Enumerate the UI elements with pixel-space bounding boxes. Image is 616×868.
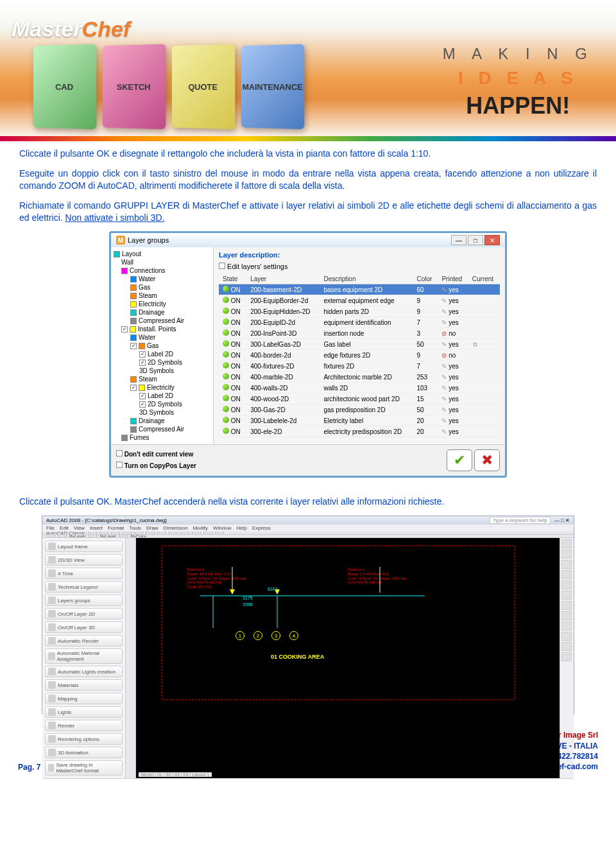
panel-button[interactable]: Automatic Material Assignment: [45, 648, 123, 664]
panel-button[interactable]: Save drawing in MasterChef format: [45, 760, 123, 776]
dont-edit-view-checkbox[interactable]: [116, 450, 123, 456]
menu-file[interactable]: File: [46, 525, 55, 531]
table-row[interactable]: ON400-fixtures-2Dfixtures 2D7✎ yes: [219, 361, 500, 372]
panel-button[interactable]: Automatic Render: [45, 635, 123, 647]
menu-tools[interactable]: Tools: [129, 525, 141, 531]
paragraph-1: Cliccate il pulsante OK e disegnate il r…: [19, 148, 597, 160]
tree-node[interactable]: Wall: [112, 258, 212, 266]
panel-button[interactable]: 4 Time: [45, 568, 123, 579]
tree-node[interactable]: ✓Electricity: [112, 383, 212, 392]
panel-button[interactable]: Layout frame: [45, 541, 123, 552]
acad-left-panel[interactable]: Layout frame2D/3D View4 TimeTechnical Le…: [42, 538, 126, 778]
cancel-button[interactable]: ✖: [474, 449, 500, 471]
menu-insert[interactable]: Insert: [90, 525, 103, 531]
table-row[interactable]: ON300-LabelGas-2DGas label50✎ yes☆: [219, 339, 500, 350]
table-row[interactable]: ON400-border-2dedge fixtures 2D9⊘ no: [219, 350, 500, 361]
box-cad: CAD: [33, 44, 97, 130]
tree-node[interactable]: Connections: [112, 266, 212, 275]
table-row[interactable]: ON200-EquipID-2dequipment identification…: [219, 317, 500, 328]
tree-node[interactable]: 3D Symbols: [112, 408, 212, 417]
panel-button[interactable]: On/Off Layer 3D: [45, 621, 123, 633]
slogan: M A K I N G I D E A S HAPPEN!: [443, 45, 594, 119]
acad-help-hint[interactable]: Type a keyword for help: [490, 517, 551, 524]
panel-button[interactable]: 2D/3D View: [45, 554, 123, 566]
col-description[interactable]: Description: [320, 274, 413, 284]
minimize-button[interactable]: —: [451, 235, 466, 245]
panel-button[interactable]: On/Off Layer 2D: [45, 608, 123, 620]
autocad-screenshot: AutoCAD 2008 - [C:\catalogs\Drawing\1_cu…: [42, 516, 574, 715]
tree-node[interactable]: Fumes: [112, 433, 212, 442]
tree-node[interactable]: Drainage: [112, 308, 212, 317]
ok-button[interactable]: ✔: [447, 449, 472, 471]
acad-min[interactable]: — □ ✕: [554, 517, 570, 523]
menu-format[interactable]: Format: [108, 525, 124, 531]
col-current[interactable]: Current: [468, 274, 500, 284]
tree-node[interactable]: Gas: [112, 283, 212, 291]
acad-menubar[interactable]: FileEditViewInsertFormatToolsDrawDimensi…: [42, 525, 574, 532]
layer-table: StateLayerDescriptionColorPrintedCurrent…: [219, 274, 500, 437]
tree-node[interactable]: Steam: [112, 291, 212, 300]
menu-express[interactable]: Express: [252, 525, 271, 531]
turnon-copypos-checkbox[interactable]: [116, 462, 123, 468]
menu-dimension[interactable]: Dimension: [164, 525, 188, 531]
panel-button[interactable]: Technical Legend: [45, 581, 123, 593]
slogan-line2: I D E A S: [443, 68, 594, 89]
tree-node[interactable]: Layout: [112, 250, 212, 258]
panel-button[interactable]: Mapping: [45, 693, 123, 704]
col-color[interactable]: Color: [413, 274, 438, 284]
menu-view[interactable]: View: [74, 525, 85, 531]
tree-node[interactable]: Steam: [112, 375, 212, 383]
tree-node[interactable]: 3D Symbols: [112, 367, 212, 375]
menu-edit[interactable]: Edit: [60, 525, 69, 531]
panel-button[interactable]: Lights: [45, 706, 123, 718]
panel-button[interactable]: Materials: [45, 679, 123, 691]
tree-node[interactable]: Electricity: [112, 300, 212, 308]
table-row[interactable]: ON300-Gas-2Dgas predisposition 2D50✎ yes: [219, 404, 500, 415]
tree-node[interactable]: ✓Install. Points: [112, 325, 212, 333]
circle-3: 3: [271, 631, 280, 640]
menu-window[interactable]: Window: [213, 525, 231, 531]
tree-node[interactable]: Drainage: [112, 417, 212, 425]
table-row[interactable]: ON200-basement-2Dbases equipment 2D60✎ y…: [219, 284, 500, 295]
col-layer[interactable]: Layer: [246, 274, 320, 284]
position-circles: 1 2 3 4: [235, 631, 298, 640]
tree-node[interactable]: ✓Label 2D: [112, 350, 212, 358]
table-row[interactable]: ON200-InsPoint-3Dinsertion node3⊘ no: [219, 328, 500, 339]
tree-node[interactable]: Compressed Air: [112, 425, 212, 433]
layer-description-label: Layer description:: [219, 251, 500, 259]
tree-node[interactable]: ✓Gas: [112, 342, 212, 350]
edit-layers-checkbox[interactable]: [219, 263, 225, 269]
maximize-button[interactable]: □: [468, 235, 483, 245]
menu-draw[interactable]: Draw: [146, 525, 158, 531]
table-row[interactable]: ON400-walls-2Dwalls 2D103✎ yes: [219, 383, 500, 394]
panel-button[interactable]: Layers groups: [45, 595, 123, 606]
logo-part1: Master: [12, 17, 82, 41]
table-row[interactable]: ON300-ele-2Delectricity predisposition 2…: [219, 426, 500, 437]
tree-node[interactable]: ✓2D Symbols: [112, 400, 212, 408]
panel-button[interactable]: 3D Animation: [45, 747, 123, 758]
tree-node[interactable]: Water: [112, 275, 212, 283]
layout-tabs[interactable]: Model / 01 / 02 / 03 / 04 / Layout 1: [139, 772, 212, 777]
close-button[interactable]: ✕: [484, 235, 500, 245]
menu-modify[interactable]: Modify: [193, 525, 208, 531]
table-row[interactable]: ON400-marble-2DArchitectonic marble 2D25…: [219, 372, 500, 383]
box-quote: QUOTE: [172, 44, 235, 130]
table-row[interactable]: ON400-wood-2Darchitectonic wood part 2D1…: [219, 394, 500, 404]
panel-button[interactable]: Rendering options: [45, 733, 123, 745]
tree-node[interactable]: ✓Label 2D: [112, 392, 212, 400]
tree-node[interactable]: Compressed Air: [112, 317, 212, 325]
table-row[interactable]: ON200-EquipBorder-2dexternal equipment e…: [219, 295, 500, 306]
table-row[interactable]: ON300-Labelele-2dEletricity label20✎ yes: [219, 415, 500, 426]
layer-tree[interactable]: LayoutWallConnectionsWaterGasSteamElectr…: [111, 247, 214, 444]
menu-help[interactable]: Help: [236, 525, 246, 531]
tree-node[interactable]: ✓2D Symbols: [112, 358, 212, 367]
acad-vbar[interactable]: [126, 538, 136, 778]
panel-button[interactable]: Render: [45, 720, 123, 731]
col-state[interactable]: State: [219, 274, 246, 284]
tree-node[interactable]: Water: [112, 333, 212, 342]
acad-drawing-area[interactable]: Position 1 Power 10.8 kW Elec: 0 % Conn:…: [136, 538, 560, 778]
command-line[interactable]: (ALL/Center/Dynamic/Extents/Previous/Sca…: [42, 778, 574, 779]
col-printed[interactable]: Printed: [438, 274, 468, 284]
panel-button[interactable]: Automatic Lights creation: [45, 666, 123, 677]
table-row[interactable]: ON200-EquipHidden-2Dhidden parts 2D9✎ ye…: [219, 306, 500, 317]
